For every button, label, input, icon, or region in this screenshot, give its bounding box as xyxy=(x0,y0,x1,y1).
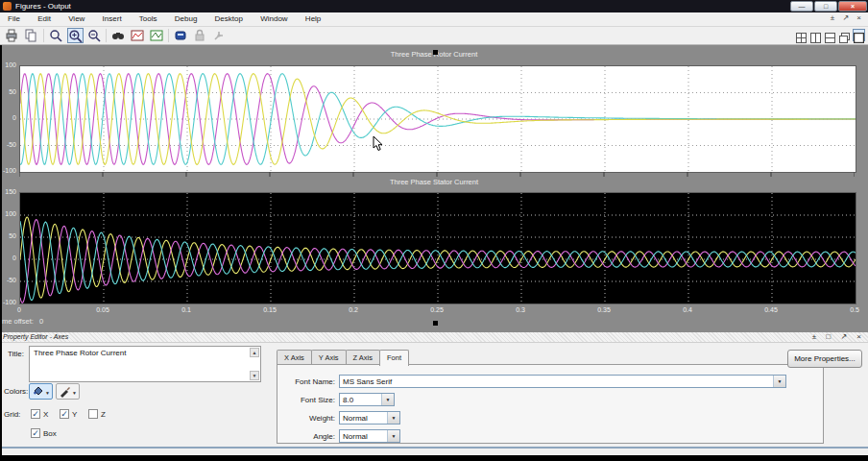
scroll-down-icon[interactable]: ▼ xyxy=(250,371,259,380)
property-editor: Property Editor - Axes ± □ ↗ × Title: Th… xyxy=(0,332,868,449)
x-tick-label: 0.15 xyxy=(255,306,284,313)
tab-y-axis[interactable]: Y Axis xyxy=(311,350,347,365)
layout-cascade-icon[interactable] xyxy=(838,29,851,41)
rotor-x-ticks xyxy=(19,172,855,177)
layout-split-horizontal-icon[interactable] xyxy=(824,29,836,41)
x-tick-label: 0.4 xyxy=(673,306,702,313)
layout-split-vertical-icon[interactable] xyxy=(809,29,822,41)
print-icon[interactable] xyxy=(4,28,20,43)
zoom-out-icon[interactable] xyxy=(86,28,103,43)
grid-z-checkbox[interactable] xyxy=(88,409,98,419)
zoom-normal-icon[interactable] xyxy=(48,28,64,43)
property-editor-titlebar-icons[interactable]: ± □ ↗ × xyxy=(812,332,865,341)
x-tick-label: 0.5 xyxy=(840,306,868,313)
axes-title-input[interactable]: Three Phase Rotor Current ▲ ▼ xyxy=(29,346,261,382)
property-editor-titlebar[interactable]: Property Editor - Axes ± □ ↗ × xyxy=(0,332,868,343)
weight-select[interactable]: Normal ▼ xyxy=(339,411,400,425)
font-size-select[interactable]: 8.0 ▼ xyxy=(339,393,395,406)
more-properties-button[interactable]: More Properties... xyxy=(787,350,862,368)
menu-help[interactable]: Help xyxy=(298,12,328,27)
chevron-down-icon[interactable]: ▼ xyxy=(381,394,394,405)
paint-brush-icon xyxy=(59,385,71,398)
find-icon[interactable] xyxy=(110,28,127,43)
copy-icon[interactable] xyxy=(23,28,39,43)
background-color-button[interactable]: ▼ xyxy=(29,383,53,400)
y-tick-label: -100 xyxy=(0,167,16,174)
layout-grid4-icon[interactable] xyxy=(795,29,808,41)
minimize-button[interactable]: — xyxy=(790,1,813,12)
new-figure-icon[interactable] xyxy=(130,28,146,43)
left-border xyxy=(0,45,2,455)
bottom-border xyxy=(0,455,868,461)
weight-label: Weight: xyxy=(285,414,335,423)
font-name-value: MS Sans Serif xyxy=(343,377,392,386)
font-name-label: Font Name: xyxy=(285,377,335,386)
menu-window[interactable]: Window xyxy=(253,12,295,27)
menu-file[interactable]: File xyxy=(0,12,28,27)
axes-title-value: Three Phase Rotor Current xyxy=(34,349,127,357)
grid-color-button[interactable]: ▼ xyxy=(56,383,80,400)
menu-desktop[interactable]: Desktop xyxy=(207,12,251,27)
snap-icon xyxy=(211,28,228,43)
tab-x-axis[interactable]: X Axis xyxy=(277,350,312,365)
window-titlebar: Figures - Output — □ × xyxy=(0,0,868,12)
open-figure-icon[interactable] xyxy=(149,28,165,43)
figure-dock-icons[interactable]: ± ↗ × xyxy=(831,13,864,22)
tab-font[interactable]: Font xyxy=(379,350,409,366)
grid-y-label: Y xyxy=(72,410,77,419)
time-offset-label: me offset: 0 xyxy=(2,317,43,326)
font-name-select[interactable]: MS Sans Serif ▼ xyxy=(339,375,786,388)
y-tick-label: 100 xyxy=(0,210,16,217)
close-button[interactable]: × xyxy=(838,1,867,12)
selection-handle-top[interactable] xyxy=(433,50,438,55)
dock-figure-icon[interactable] xyxy=(173,28,189,43)
rotor-current-plot[interactable] xyxy=(19,65,856,173)
stator-current-plot[interactable] xyxy=(19,192,856,304)
stator-plot-title: Three Phase Stator Current xyxy=(0,178,868,186)
menu-debug[interactable]: Debug xyxy=(167,12,205,27)
angle-label: Angle: xyxy=(285,432,335,441)
layout-single-icon[interactable] xyxy=(853,29,865,41)
box-label: Box xyxy=(43,429,57,438)
angle-value: Normal xyxy=(343,432,368,441)
y-tick-label: 100 xyxy=(0,61,16,68)
menu-tools[interactable]: Tools xyxy=(132,12,165,27)
mouse-cursor xyxy=(373,135,384,152)
y-tick-label: 0 xyxy=(0,114,16,121)
x-tick-label: 0.2 xyxy=(339,306,368,313)
box-checkbox[interactable]: ✓ xyxy=(31,428,40,438)
menu-view[interactable]: View xyxy=(60,12,92,27)
toolbar xyxy=(0,27,868,45)
y-tick-label: 50 xyxy=(0,88,16,95)
tab-z-axis[interactable]: Z Axis xyxy=(346,350,380,365)
axis-tabs: X AxisY AxisZ AxisFont xyxy=(277,350,408,365)
menu-bar: File Edit View Insert Tools Debug Deskto… xyxy=(0,12,868,27)
font-size-value: 8.0 xyxy=(343,396,353,404)
x-tick-label: 0.45 xyxy=(757,306,785,313)
grid-y-checkbox[interactable]: ✓ xyxy=(60,409,69,419)
chevron-down-icon[interactable]: ▼ xyxy=(387,412,399,424)
x-tick-label: 0.25 xyxy=(422,306,451,313)
chevron-down-icon[interactable]: ▼ xyxy=(773,376,785,387)
y-tick-label: -50 xyxy=(0,141,16,148)
y-tick-label: -100 xyxy=(0,299,16,305)
colors-label: Colors: xyxy=(4,387,28,396)
paint-bucket-icon xyxy=(32,385,44,398)
font-size-label: Font Size: xyxy=(285,396,335,404)
menu-edit[interactable]: Edit xyxy=(30,12,59,27)
figure-window: Figures - Output — □ × File Edit View In… xyxy=(0,0,868,461)
chevron-down-icon[interactable]: ▼ xyxy=(387,430,399,442)
selection-handle-bottom[interactable] xyxy=(433,321,438,326)
menu-insert[interactable]: Insert xyxy=(95,12,130,27)
title-scrollbar[interactable]: ▲ ▼ xyxy=(250,348,259,380)
scroll-up-icon[interactable]: ▲ xyxy=(250,348,259,357)
grid-x-label: X xyxy=(43,410,48,419)
x-tick-label: 0 xyxy=(5,306,34,313)
figure-canvas: Three Phase Rotor Current Three Phase St… xyxy=(0,45,868,332)
grid-x-checkbox[interactable]: ✓ xyxy=(31,409,40,419)
angle-select[interactable]: Normal ▼ xyxy=(339,429,400,443)
chevron-down-icon: ▼ xyxy=(45,390,50,396)
zoom-in-icon[interactable] xyxy=(67,28,84,43)
maximize-button[interactable]: □ xyxy=(814,1,837,12)
matlab-figure-icon xyxy=(3,2,12,11)
